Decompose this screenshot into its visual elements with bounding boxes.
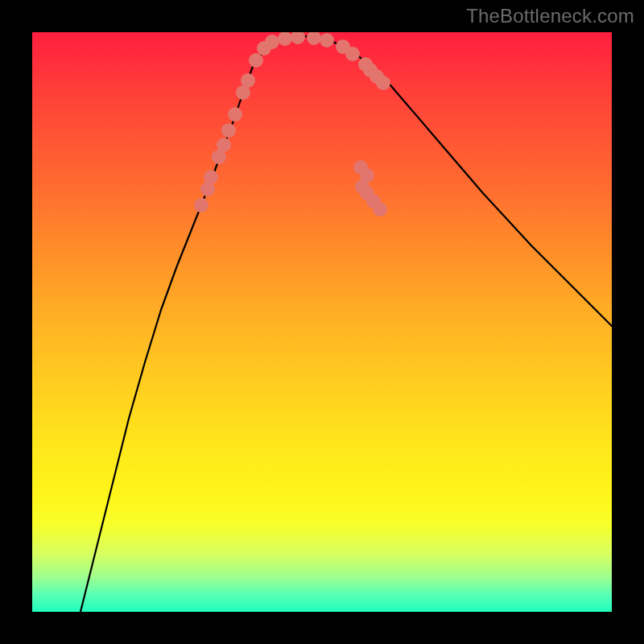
plot-area: [32, 32, 612, 612]
marker-dot: [291, 32, 305, 44]
marker-dot: [278, 32, 292, 46]
marker-dot: [249, 53, 263, 68]
marker-dot: [376, 76, 390, 90]
chart-svg: [32, 32, 612, 612]
marker-dot: [217, 138, 231, 152]
marker-dot: [194, 198, 208, 213]
chart-frame: TheBottleneck.com: [0, 0, 644, 644]
marker-dot: [307, 32, 321, 45]
marker-dot: [265, 35, 279, 49]
bottleneck-curve: [80, 36, 612, 612]
marker-dot: [204, 170, 218, 184]
marker-dot: [221, 123, 236, 138]
marker-dot: [320, 33, 334, 47]
marker-dot: [373, 202, 387, 217]
watermark-text: TheBottleneck.com: [466, 5, 634, 27]
marker-dot: [241, 73, 255, 88]
marker-dot: [228, 107, 242, 122]
highlight-markers: [194, 32, 390, 217]
marker-dot: [345, 47, 360, 61]
